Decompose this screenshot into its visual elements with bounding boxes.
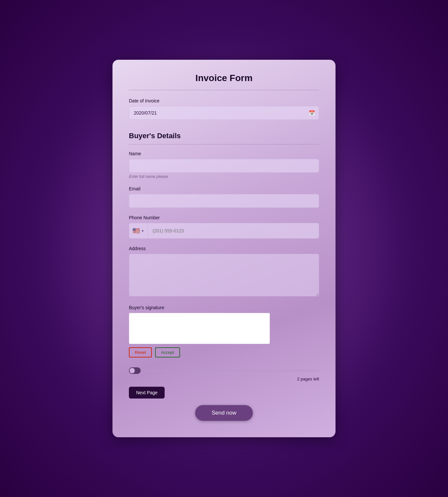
action-row: Next Page — [129, 387, 319, 399]
phone-field-group: Phone Number 🇺🇸 ▼ — [129, 215, 319, 239]
address-field-group: Address — [129, 246, 319, 298]
buyers-details-title: Buyer's Details — [129, 132, 319, 140]
signature-buttons: Reset Accept — [129, 347, 319, 357]
signature-label: Buyer's signature — [129, 305, 319, 310]
name-input[interactable] — [129, 159, 319, 173]
email-label: Email — [129, 186, 319, 191]
progress-toggle-knob — [130, 368, 135, 373]
progress-section: 2 pages left — [129, 367, 319, 381]
signature-field-group: Buyer's signature Reset Accept — [129, 305, 319, 357]
email-field-group: Email — [129, 186, 319, 208]
phone-input[interactable] — [148, 224, 319, 237]
name-label: Name — [129, 151, 319, 156]
flag-chevron-icon: ▼ — [141, 229, 144, 233]
phone-label: Phone Number — [129, 215, 319, 220]
phone-flag-selector[interactable]: 🇺🇸 ▼ — [129, 223, 148, 238]
reset-button[interactable]: Reset — [129, 347, 152, 357]
form-title: Invoice Form — [129, 73, 319, 83]
date-input-wrapper: 📅 — [129, 106, 319, 120]
date-field-group: Date of Invoice 📅 — [129, 98, 319, 120]
send-now-button[interactable]: Send now — [195, 405, 253, 421]
address-textarea[interactable] — [129, 254, 319, 296]
progress-toggle[interactable] — [129, 367, 141, 374]
email-input[interactable] — [129, 194, 319, 208]
name-hint: Enter full name please — [129, 174, 319, 179]
buyers-divider — [129, 144, 319, 144]
date-label: Date of Invoice — [129, 98, 319, 103]
signature-canvas[interactable] — [129, 313, 270, 344]
invoice-form-card: Invoice Form Date of Invoice 📅 Buyer's D… — [112, 60, 336, 437]
address-label: Address — [129, 246, 319, 251]
next-page-button[interactable]: Next Page — [129, 387, 165, 399]
progress-bar-track — [144, 370, 319, 372]
date-input[interactable] — [129, 106, 319, 120]
title-divider — [129, 90, 319, 90]
name-field-group: Name Enter full name please — [129, 151, 319, 179]
pages-left-text: 2 pages left — [129, 377, 319, 381]
accept-button[interactable]: Accept — [155, 347, 180, 357]
flag-emoji: 🇺🇸 — [132, 227, 140, 234]
phone-wrapper: 🇺🇸 ▼ — [129, 223, 319, 239]
progress-bar-container — [129, 367, 319, 374]
